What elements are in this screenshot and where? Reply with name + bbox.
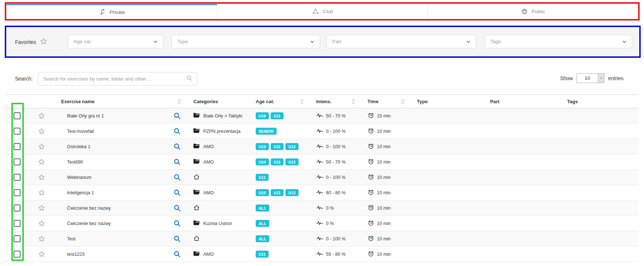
row-checkbox[interactable] [14,174,21,181]
intensity-value: 0 - 100 % [326,144,346,149]
tab-public[interactable]: Public [428,4,638,19]
preview-icon[interactable] [173,143,181,150]
part-cell [484,108,560,124]
favorites-star-icon[interactable] [40,37,48,46]
intensity-value: 0 - 100 % [326,129,346,134]
header-age-cat[interactable]: Age cat. [249,95,310,108]
header-favorite-column [28,95,55,108]
page-size-select[interactable]: 10 ˅ [577,73,604,83]
age-badge: U10 [256,158,269,165]
part-cell [484,170,560,185]
sort-icon[interactable] [178,99,181,104]
row-checkbox[interactable] [14,112,21,119]
time-value: 10 min [377,160,391,165]
age-badge: ALL [256,235,269,242]
tags-cell [560,170,639,185]
category-label: AMO [203,160,214,165]
age-cat-select[interactable]: Age cat. [68,35,163,48]
type-select[interactable]: Type [171,35,320,48]
time-value: 10 min [377,221,391,226]
table-row: Test-movefailPZPN prezentacjaSENIOR0 - 1… [5,124,639,139]
tags-select[interactable]: Tags [485,35,632,48]
tab-private[interactable]: Private [7,4,217,19]
sort-icon[interactable] [352,99,355,104]
tags-cell [560,139,639,154]
preview-icon[interactable] [173,173,181,181]
preview-icon[interactable] [173,204,181,212]
exercise-name: test1223 [67,252,85,257]
type-cell [410,201,484,216]
time-value: 10 min [377,175,391,180]
sort-icon[interactable] [300,99,304,104]
age-badge: U12 [285,158,299,165]
part-cell [484,124,560,139]
sort-icon[interactable] [401,99,404,104]
preview-icon[interactable] [173,158,181,166]
favorite-star-button[interactable] [28,189,55,196]
age-badge: U11 [271,158,284,165]
favorites-filter[interactable]: Favorites [15,37,48,46]
header-categories: Categories [187,95,249,108]
time-value: 10 min [377,252,391,257]
row-checkbox[interactable] [14,220,21,227]
header-intensity[interactable]: Intens. [310,95,361,108]
table-row: Inteligencja 1AMOU10U11U1260 - 80 %10 mi… [5,185,639,201]
part-cell [484,185,560,201]
preview-icon[interactable] [173,235,181,243]
favorite-star-button[interactable] [28,235,55,243]
row-checkbox[interactable] [14,235,21,242]
type-cell [410,185,484,201]
table-row: Ostroleka 1AMOU10U11U120 - 100 %10 min [5,139,639,154]
row-checkbox[interactable] [14,189,21,196]
part-cell [484,231,560,247]
row-checkbox[interactable] [14,143,21,150]
intensity-value: 0 % [326,221,334,226]
preview-icon[interactable] [173,112,181,120]
age-badge: U10 [256,143,269,150]
preview-icon[interactable] [173,250,181,258]
intensity-icon [316,113,323,119]
favorite-star-button[interactable] [28,158,55,166]
part-select[interactable]: Part [326,35,476,48]
time-icon [367,173,374,181]
intensity-value: 60 - 80 % [326,190,346,195]
tags-select-placeholder: Tags [491,39,501,44]
favorite-star-button[interactable] [28,220,55,227]
time-icon [367,158,374,166]
preview-icon[interactable] [173,220,181,227]
header-exercise-name[interactable]: Exercise name [55,95,187,108]
age-badge: U12 [285,189,299,196]
search-label: Search: [15,76,33,82]
intensity-value: 0 - 100 % [326,175,346,180]
age-badge: U11 [271,143,284,150]
time-icon [367,235,374,243]
category-label: Białe Orły > Taktyki [203,113,242,119]
table-row: WebinariumU110 - 100 %10 min [5,170,639,185]
row-checkbox[interactable] [14,158,21,165]
page-size-control: Show 10 ˅ entries [560,73,623,83]
favorite-star-button[interactable] [28,173,55,181]
tags-cell [560,247,639,262]
part-cell [484,139,560,154]
favorite-star-button[interactable] [28,143,55,150]
header-time[interactable]: Time [361,95,410,108]
preview-icon[interactable] [173,189,181,196]
exercise-name: Ćwiczenie bez nazwy [67,221,111,226]
row-checkbox[interactable] [14,251,21,258]
table-row: Test890AMOU10U11U1250 - 70 %10 min [5,154,639,170]
favorite-star-button[interactable] [28,250,55,258]
favorite-star-button[interactable] [28,204,55,212]
search-input[interactable] [43,76,186,82]
type-cell [410,231,484,247]
tab-club[interactable]: Club [217,4,428,19]
favorite-star-button[interactable] [28,127,55,135]
row-checkbox[interactable] [14,128,21,135]
intensity-icon [316,236,323,242]
select-arrow-icon: ˅ [598,74,604,83]
time-value: 15 min [377,113,391,119]
preview-icon[interactable] [173,127,181,135]
exercise-name: Inteligencja 1 [67,190,94,195]
tags-cell [560,201,639,216]
row-checkbox[interactable] [14,205,21,211]
favorite-star-button[interactable] [28,112,55,120]
